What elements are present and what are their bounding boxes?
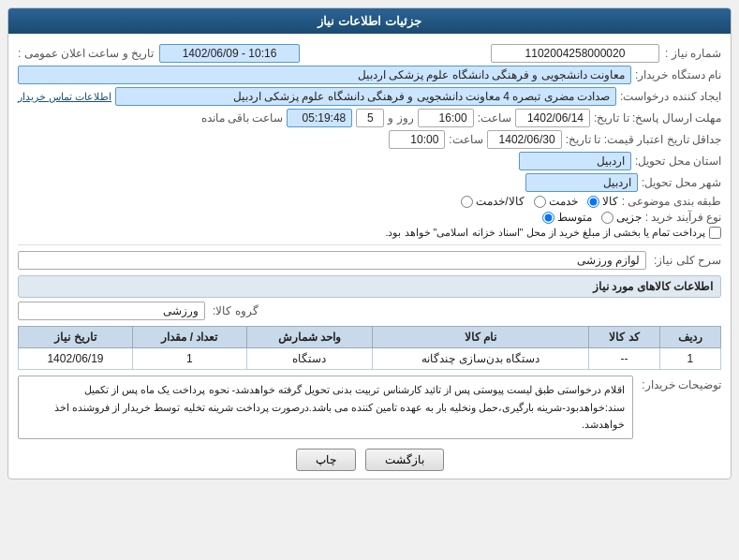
btn-row: بازگشت چاپ — [18, 449, 721, 471]
ijad-value: صدادت مضری تبصره 4 معاونت دانشجویی و فره… — [115, 87, 616, 106]
name-dastgah-label: نام دستگاه خریدار: — [635, 68, 721, 81]
col-radif: ردیف — [659, 327, 720, 348]
section-kala-header: اطلاعات کالاهای مورد نیاز — [18, 275, 721, 298]
cell-kod: -- — [589, 348, 660, 370]
tamas-link[interactable]: اطلاعات تماس خریدار — [18, 91, 111, 103]
radio-kala-input[interactable] — [587, 196, 599, 208]
mohlat-rooz: 5 — [356, 109, 384, 127]
table-row: 1 -- دستگاه بدن‌سازی چندگانه دستگاه 1 14… — [19, 348, 721, 370]
shomara-label: شماره نیاز : — [665, 47, 721, 60]
col-vahed: واحد شمارش — [246, 327, 372, 348]
radio-jozii[interactable]: جزیی — [601, 211, 642, 224]
mohlat-mande-label: ساعت باقی مانده — [201, 111, 284, 125]
col-name: نام کالا — [372, 327, 588, 348]
col-kod: کد کالا — [589, 327, 660, 348]
radio-kala-label: کالا — [602, 195, 618, 208]
ostan-label: استان محل تحویل: — [635, 155, 721, 168]
radio-motovasset-label: متوسط — [557, 211, 592, 224]
name-dastgah-value: معاونت دانشجویی و فرهنگی دانشگاه علوم پز… — [18, 66, 631, 84]
tabaqe-radios: کالا/خدمت خدمت کالا — [461, 195, 617, 208]
radio-jozii-input[interactable] — [601, 212, 613, 224]
notes-value: اقلام درخواستی طبق لیست پیوستی پس از تائ… — [18, 376, 633, 439]
cell-vahed: دستگاه — [246, 348, 372, 370]
shomara-group: شماره نیاز : 1102004258000020 — [491, 44, 721, 63]
row-tabaqe: طبقه بندی موضوعی : کالا/خدمت خدمت کالا — [18, 195, 721, 208]
mohlat-saat: 16:00 — [418, 109, 474, 127]
group-kala-value: ورزشی — [18, 302, 205, 320]
group-kala-label: گروه کالا: — [213, 304, 259, 317]
radio-motovasset-input[interactable] — [542, 212, 554, 224]
row-notes: توضیحات خریدار: اقلام درخواستی طبق لیست … — [18, 376, 721, 439]
card-header: جزئیات اطلاعات نیاز — [8, 8, 731, 34]
header-title: جزئیات اطلاعات نیاز — [318, 14, 421, 28]
ostan-value: اردبیل — [519, 152, 631, 170]
notes-label: توضیحات خریدار: — [637, 376, 721, 391]
radio-motovasset[interactable]: متوسط — [542, 211, 592, 224]
cell-tarikh: 1402/06/19 — [19, 348, 133, 370]
pardakht-checkbox[interactable] — [709, 227, 721, 239]
shahr-label: شهر محل تحویل: — [642, 176, 721, 189]
jadval-label: جداقل تاریخ اعتبار قیمت: تا تاریخ: — [566, 133, 721, 146]
main-card: جزئیات اطلاعات نیاز شماره نیاز : 1102004… — [7, 7, 732, 479]
serh-klly-label: سرح کلی نیاز: — [654, 254, 721, 267]
row-name-dastgah: نام دستگاه خریدار: معاونت دانشجویی و فره… — [18, 66, 721, 84]
row-noe: نوع فرآیند خرید : متوسط جزیی — [18, 211, 721, 224]
radio-khedmat-label: خدمت — [549, 195, 578, 208]
jadval-saat: 10:00 — [389, 130, 445, 149]
col-tarikh: تاریخ نیاز — [19, 327, 133, 348]
cell-name: دستگاه بدن‌سازی چندگانه — [372, 348, 588, 370]
cell-radif: 1 — [659, 348, 720, 370]
row-shomara: شماره نیاز : 1102004258000020 1402/06/09… — [18, 44, 721, 63]
tarikh-label: تاریخ و ساعت اعلان عمومی : — [18, 47, 154, 60]
noe-radios: متوسط جزیی — [542, 211, 642, 224]
mohlat-rooz-label: روز و — [388, 111, 413, 125]
kala-table: ردیف کد کالا نام کالا واحد شمارش تعداد /… — [18, 326, 721, 370]
noe-label: نوع فرآیند خرید : — [645, 211, 721, 224]
radio-jozii-label: جزیی — [616, 211, 642, 224]
jadval-date: 1402/06/30 — [487, 130, 562, 149]
row-pardakht: پرداخت تمام یا بخشی از مبلغ خرید از محل … — [18, 227, 721, 239]
serh-klly-value: لوازم ورزشی — [18, 251, 646, 270]
ijad-label: ایجاد کننده درخواست: — [620, 90, 721, 103]
card-body: شماره نیاز : 1102004258000020 1402/06/09… — [8, 34, 731, 479]
mohlat-date: 1402/06/14 — [515, 109, 590, 127]
shahr-value: اردبیل — [525, 173, 638, 192]
serh-klly-row: سرح کلی نیاز: لوازم ورزشی — [18, 251, 721, 270]
mohlat-mande: 05:19:48 — [287, 109, 352, 127]
col-tedad: تعداد / مقدار — [132, 327, 246, 348]
radio-khedmat-input[interactable] — [534, 196, 546, 208]
shomara-value: 1102004258000020 — [491, 44, 659, 63]
tarikh-group: 1402/06/09 - 10:16 تاریخ و ساعت اعلان عم… — [18, 44, 300, 63]
radio-khedmat[interactable]: خدمت — [534, 195, 578, 208]
table-header-row: ردیف کد کالا نام کالا واحد شمارش تعداد /… — [19, 327, 721, 348]
row-ijad: ایجاد کننده درخواست: صدادت مضری تبصره 4 … — [18, 87, 721, 106]
btn-back[interactable]: بازگشت — [365, 449, 444, 471]
radio-kala-khedmat-label: کالا/خدمت — [476, 195, 524, 208]
mohlat-label: مهلت ارسال پاسخ: تا تاریخ: — [594, 111, 721, 125]
row-jadval: جداقل تاریخ اعتبار قیمت: تا تاریخ: 1402/… — [18, 130, 721, 149]
row-mohlat: مهلت ارسال پاسخ: تا تاریخ: 1402/06/14 سا… — [18, 109, 721, 127]
cell-tedad: 1 — [132, 348, 246, 370]
tarikh-value: 1402/06/09 - 10:16 — [159, 44, 300, 63]
radio-kala-khedmat[interactable]: کالا/خدمت — [461, 195, 524, 208]
page-wrapper: جزئیات اطلاعات نیاز شماره نیاز : 1102004… — [0, 0, 739, 560]
divider-1 — [18, 244, 721, 245]
row-shahr: شهر محل تحویل: اردبیل — [18, 173, 721, 192]
pardakht-text: پرداخت تمام یا بخشی از مبلغ خرید از محل … — [385, 227, 705, 239]
group-kala-row: گروه کالا: ورزشی — [18, 302, 721, 320]
btn-print[interactable]: چاپ — [296, 449, 356, 471]
radio-kala[interactable]: کالا — [587, 195, 618, 208]
row-ostan: استان محل تحویل: اردبیل — [18, 152, 721, 170]
mohlat-saat-label: ساعت: — [478, 111, 511, 125]
radio-kala-khedmat-input[interactable] — [461, 196, 473, 208]
tabaqe-label: طبقه بندی موضوعی : — [622, 195, 721, 208]
jadval-saat-label: ساعت: — [449, 133, 482, 146]
